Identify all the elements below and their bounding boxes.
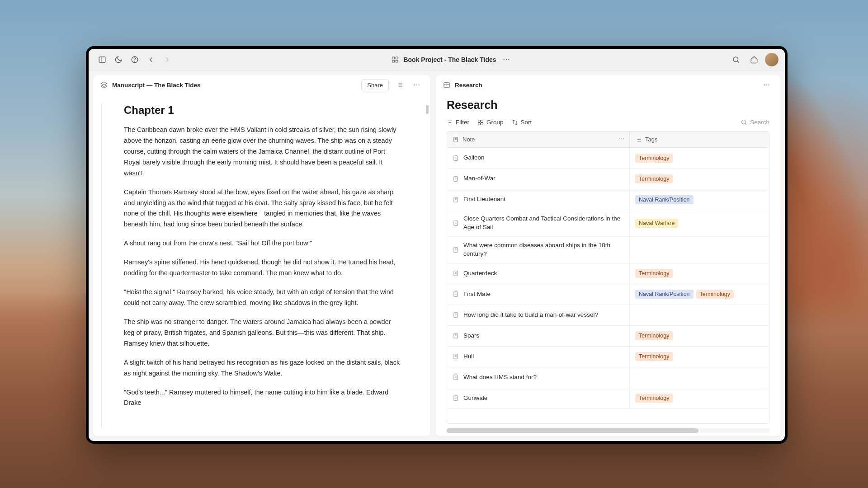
- manuscript-paragraph[interactable]: A shout rang out from the crow's nest. "…: [124, 238, 402, 249]
- column-note-more[interactable]: [618, 136, 625, 143]
- manuscript-paragraph[interactable]: The Caribbean dawn broke over the HMS Va…: [124, 125, 402, 179]
- forward-button[interactable]: [160, 52, 175, 67]
- tags-cell[interactable]: Terminology: [630, 263, 769, 284]
- table-row[interactable]: First LieutenantNaval Rank/Position: [447, 189, 769, 210]
- tag-badge[interactable]: Terminology: [635, 269, 673, 278]
- table-row[interactable]: First MateNaval Rank/PositionTerminology: [447, 284, 769, 305]
- manuscript-paragraph[interactable]: The ship was no stranger to danger. The …: [124, 317, 402, 349]
- scrollbar-thumb[interactable]: [447, 428, 698, 433]
- tag-badge[interactable]: Naval Rank/Position: [635, 195, 693, 204]
- note-cell[interactable]: What does HMS stand for?: [447, 367, 630, 388]
- tag-badge[interactable]: Naval Warfare: [635, 219, 678, 228]
- title-more-button[interactable]: [501, 54, 512, 65]
- sort-button[interactable]: Sort: [512, 119, 532, 126]
- research-table: Note Tags GalleonTerminologyMan-of-WarTe…: [447, 131, 769, 424]
- research-header-title: Research: [455, 82, 756, 89]
- note-icon: [453, 333, 459, 339]
- tags-cell[interactable]: [630, 367, 769, 388]
- svg-rect-32: [478, 120, 481, 122]
- toolbar: Book Project - The Black Tides: [89, 49, 785, 70]
- manuscript-body[interactable]: Chapter 1 The Caribbean dawn broke over …: [93, 95, 430, 436]
- help-button[interactable]: [127, 52, 142, 67]
- home-button[interactable]: [747, 52, 761, 67]
- table-row[interactable]: GunwaleTerminology: [447, 388, 769, 409]
- back-button[interactable]: [144, 52, 158, 67]
- table-row[interactable]: Close Quarters Combat and Tactical Consi…: [447, 210, 769, 237]
- manuscript-paragraph[interactable]: A slight twitch of his hand betrayed his…: [124, 357, 402, 379]
- manuscript-paragraph[interactable]: Captain Thomas Ramsey stood at the bow, …: [124, 187, 402, 230]
- table-row[interactable]: QuarterdeckTerminology: [447, 263, 769, 284]
- tag-badge[interactable]: Terminology: [635, 154, 673, 163]
- manuscript-more-button[interactable]: [410, 79, 423, 91]
- note-cell[interactable]: Spars: [447, 326, 630, 346]
- column-note[interactable]: Note: [447, 131, 630, 147]
- tags-cell[interactable]: [630, 237, 769, 263]
- list-view-button[interactable]: [393, 79, 406, 91]
- tags-cell[interactable]: Naval Rank/PositionTerminology: [630, 284, 769, 305]
- table-row[interactable]: SparsTerminology: [447, 326, 769, 347]
- dark-mode-button[interactable]: [111, 52, 126, 67]
- note-cell[interactable]: First Lieutenant: [447, 189, 630, 210]
- svg-point-42: [621, 138, 622, 139]
- note-title: What were common diseases aboard ships i…: [463, 241, 624, 258]
- tag-badge[interactable]: Terminology: [635, 352, 673, 361]
- note-cell[interactable]: Hull: [447, 347, 630, 367]
- research-search[interactable]: Search: [741, 119, 769, 126]
- note-cell[interactable]: How long did it take to build a man-of-w…: [447, 305, 630, 325]
- note-icon: [453, 176, 459, 182]
- tags-cell[interactable]: [630, 305, 769, 325]
- tag-badge[interactable]: Naval Rank/Position: [635, 290, 693, 299]
- note-title: Galleon: [463, 154, 485, 162]
- tags-cell[interactable]: Terminology: [630, 148, 769, 168]
- window-title[interactable]: Book Project - The Black Tides: [403, 56, 496, 63]
- svg-point-10: [508, 59, 509, 60]
- svg-rect-23: [444, 83, 449, 88]
- tag-badge[interactable]: Terminology: [635, 331, 673, 340]
- tags-cell[interactable]: Terminology: [630, 388, 769, 408]
- filter-button[interactable]: Filter: [447, 119, 469, 126]
- svg-rect-5: [396, 57, 398, 59]
- note-cell[interactable]: Quarterdeck: [447, 263, 630, 284]
- svg-point-21: [416, 84, 417, 85]
- tag-badge[interactable]: Terminology: [635, 174, 673, 183]
- tags-cell[interactable]: Terminology: [630, 326, 769, 346]
- note-icon: [453, 155, 459, 161]
- note-cell[interactable]: What were common diseases aboard ships i…: [447, 237, 630, 263]
- table-row[interactable]: How long did it take to build a man-of-w…: [447, 305, 769, 326]
- table-row[interactable]: HullTerminology: [447, 347, 769, 367]
- tags-cell[interactable]: Terminology: [630, 169, 769, 189]
- tag-badge[interactable]: Terminology: [696, 290, 734, 299]
- note-cell[interactable]: First Mate: [447, 284, 630, 305]
- horizontal-scrollbar[interactable]: [447, 428, 769, 433]
- note-icon: [453, 247, 459, 253]
- tags-cell[interactable]: Naval Warfare: [630, 210, 769, 236]
- manuscript-paragraph[interactable]: "God's teeth..." Ramsey muttered to hims…: [124, 387, 402, 409]
- table-row[interactable]: What were common diseases aboard ships i…: [447, 237, 769, 263]
- note-title: Man-of-War: [463, 174, 495, 183]
- table-row[interactable]: Man-of-WarTerminology: [447, 169, 769, 189]
- sidebar-toggle-button[interactable]: [95, 52, 109, 67]
- table-icon: [443, 81, 450, 89]
- note-cell[interactable]: Man-of-War: [447, 169, 630, 189]
- stack-icon: [100, 81, 108, 89]
- user-avatar[interactable]: [765, 53, 778, 66]
- svg-point-28: [769, 84, 769, 85]
- share-button[interactable]: Share: [361, 79, 389, 91]
- tag-badge[interactable]: Terminology: [635, 394, 673, 403]
- research-more-button[interactable]: [760, 79, 773, 91]
- table-row[interactable]: GalleonTerminology: [447, 148, 769, 169]
- note-cell[interactable]: Galleon: [447, 148, 630, 168]
- svg-point-43: [623, 138, 624, 139]
- manuscript-paragraph[interactable]: Ramsey's spine stiffened. His heart quic…: [124, 257, 402, 279]
- note-title: Hull: [463, 352, 474, 361]
- note-cell[interactable]: Close Quarters Combat and Tactical Consi…: [447, 210, 630, 236]
- tags-cell[interactable]: Naval Rank/Position: [630, 189, 769, 210]
- scroll-indicator[interactable]: [426, 105, 429, 114]
- note-cell[interactable]: Gunwale: [447, 388, 630, 408]
- group-button[interactable]: Group: [477, 119, 504, 126]
- manuscript-paragraph[interactable]: "Hoist the signal," Ramsey barked, his v…: [124, 287, 402, 309]
- search-button[interactable]: [729, 52, 743, 67]
- table-row[interactable]: What does HMS stand for?: [447, 367, 769, 388]
- tags-cell[interactable]: Terminology: [630, 347, 769, 367]
- column-tags[interactable]: Tags: [630, 131, 769, 147]
